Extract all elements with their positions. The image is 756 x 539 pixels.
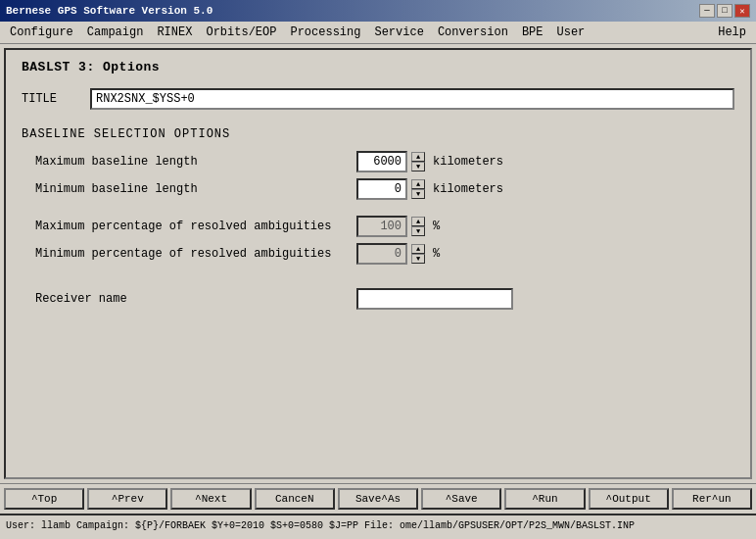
divider-2 xyxy=(35,270,734,280)
rerun-button[interactable]: Rer^un xyxy=(672,488,752,510)
min-ambiguity-arrows: ▲ ▼ xyxy=(411,244,425,264)
max-baseline-arrows: ▲ ▼ xyxy=(411,152,425,172)
max-ambiguity-arrows: ▲ ▼ xyxy=(411,217,425,236)
min-ambiguity-down-arrow[interactable]: ▼ xyxy=(411,254,425,264)
title-input[interactable] xyxy=(90,88,734,110)
baseline-section-label: BASELINE SELECTION OPTIONS xyxy=(22,127,734,141)
min-baseline-down-arrow[interactable]: ▼ xyxy=(411,189,425,199)
max-ambiguity-down-arrow[interactable]: ▼ xyxy=(411,226,425,236)
receiver-input[interactable] xyxy=(356,288,513,310)
receiver-row: Receiver name xyxy=(35,288,734,310)
button-bar: ^Top ^Prev ^Next CanceN Save^As ^Save ^R… xyxy=(0,483,756,514)
title-row: TITLE xyxy=(22,88,734,110)
min-baseline-arrows: ▲ ▼ xyxy=(411,179,425,199)
options-grid: Maximum baseline length ▲ ▼ kilometers M… xyxy=(35,151,734,310)
maximize-button[interactable]: □ xyxy=(717,4,732,18)
menu-bpe[interactable]: BPE xyxy=(516,24,549,41)
max-baseline-down-arrow[interactable]: ▼ xyxy=(411,162,425,172)
top-button[interactable]: ^Top xyxy=(4,488,84,510)
main-window: BASLST 3: Options TITLE BASELINE SELECTI… xyxy=(4,48,752,479)
menu-configure[interactable]: Configure xyxy=(4,24,79,41)
menu-bar: Configure Campaign RINEX Orbits/EOP Proc… xyxy=(0,22,756,44)
status-bar: User: llamb Campaign: ${P}/FORBAEK $Y+0=… xyxy=(0,514,756,535)
max-ambiguity-label: Maximum percentage of resolved ambiguiti… xyxy=(35,220,349,233)
max-ambiguity-up-arrow[interactable]: ▲ xyxy=(411,217,425,226)
max-baseline-label: Maximum baseline length xyxy=(35,155,349,169)
min-ambiguity-label: Minimum percentage of resolved ambiguiti… xyxy=(35,247,349,261)
run-button[interactable]: ^Run xyxy=(504,488,585,510)
output-button[interactable]: ^Output xyxy=(589,488,669,510)
window-controls: — □ ✕ xyxy=(699,4,750,18)
min-ambiguity-up-arrow[interactable]: ▲ xyxy=(411,244,425,254)
menu-processing[interactable]: Processing xyxy=(284,24,366,41)
prev-button[interactable]: ^Prev xyxy=(87,488,167,510)
max-ambiguity-unit: % xyxy=(433,220,440,233)
close-button[interactable]: ✕ xyxy=(734,4,750,18)
min-ambiguity-spinner: ▲ ▼ xyxy=(356,243,425,265)
max-ambiguity-input[interactable] xyxy=(356,216,407,237)
min-ambiguity-row: Minimum percentage of resolved ambiguiti… xyxy=(35,243,734,265)
menu-rinex[interactable]: RINEX xyxy=(151,24,198,41)
min-baseline-row: Minimum baseline length ▲ ▼ kilometers xyxy=(35,178,734,200)
title-field-label: TITLE xyxy=(22,92,80,106)
max-baseline-row: Maximum baseline length ▲ ▼ kilometers xyxy=(35,151,734,172)
menu-user[interactable]: User xyxy=(551,24,591,41)
divider-1 xyxy=(35,206,734,216)
min-baseline-label: Minimum baseline length xyxy=(35,182,349,196)
max-baseline-up-arrow[interactable]: ▲ xyxy=(411,152,425,162)
menu-help[interactable]: Help xyxy=(712,24,752,41)
receiver-label: Receiver name xyxy=(35,292,349,306)
max-ambiguity-row: Maximum percentage of resolved ambiguiti… xyxy=(35,216,734,237)
status-text: User: llamb Campaign: ${P}/FORBAEK $Y+0=… xyxy=(6,520,635,531)
min-ambiguity-unit: % xyxy=(433,247,440,261)
title-bar: Bernese GPS Software Version 5.0 — □ ✕ xyxy=(0,0,756,22)
save-as-button[interactable]: Save^As xyxy=(338,488,418,510)
save-button[interactable]: ^Save xyxy=(421,488,501,510)
minimize-button[interactable]: — xyxy=(699,4,715,18)
menu-service[interactable]: Service xyxy=(368,24,429,41)
max-baseline-input[interactable] xyxy=(356,151,407,172)
min-ambiguity-input[interactable] xyxy=(356,243,407,265)
min-baseline-input[interactable] xyxy=(356,178,407,200)
max-ambiguity-spinner: ▲ ▼ xyxy=(356,216,425,237)
min-baseline-unit: kilometers xyxy=(433,182,503,196)
menu-conversion[interactable]: Conversion xyxy=(432,24,514,41)
menu-orbits-eop[interactable]: Orbits/EOP xyxy=(200,24,282,41)
menu-campaign[interactable]: Campaign xyxy=(81,24,150,41)
max-baseline-spinner: ▲ ▼ xyxy=(356,151,425,172)
window-title: Bernese GPS Software Version 5.0 xyxy=(6,5,213,17)
section-title: BASLST 3: Options xyxy=(22,60,734,74)
max-baseline-unit: kilometers xyxy=(433,155,503,169)
min-baseline-up-arrow[interactable]: ▲ xyxy=(411,179,425,189)
cancel-button[interactable]: CanceN xyxy=(255,488,335,510)
next-button[interactable]: ^Next xyxy=(170,488,251,510)
min-baseline-spinner: ▲ ▼ xyxy=(356,178,425,200)
